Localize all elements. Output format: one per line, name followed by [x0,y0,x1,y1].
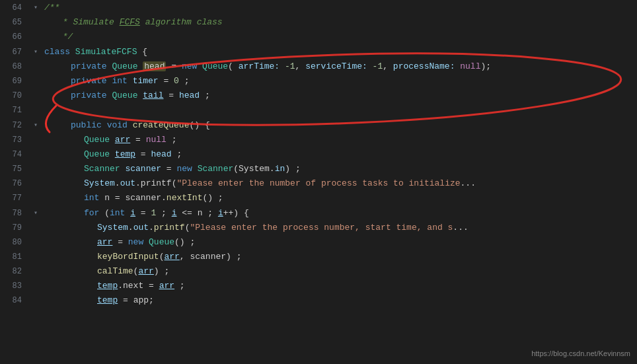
fold-indicator[interactable] [30,89,42,103]
line-number: 79 [0,221,30,235]
line-number: 72 [0,118,30,133]
table-row: 83temp.next = arr ; [0,279,637,293]
fold-indicator[interactable] [30,162,42,176]
variable-token: i [130,208,135,218]
table-row: 81keyBordInput(arr, scanner) ; [0,250,637,264]
var-token: scanner [125,164,161,174]
table-row: 79System.out.printf("Please enter the pr… [0,221,637,235]
fold-indicator[interactable]: ▾ [30,118,42,133]
fn-token: createQueue [133,120,190,130]
type-token: Queue [84,149,110,159]
param-key-token: arrTime: [233,61,280,71]
fold-indicator[interactable]: ▾ [30,0,42,15]
kw-token: int [110,208,125,218]
line-number: 80 [0,235,30,250]
plain-token [280,61,285,71]
plain-token: = [166,61,181,71]
line-number: 78 [0,205,30,221]
plain-token: ( [99,208,110,218]
plain-token: = [161,164,176,174]
fn-token: calTime [97,266,133,276]
kw2-token: null [146,135,167,145]
variable-token: tail [143,91,163,100]
code-content: private Queue head = new Queue( arrTime:… [42,59,637,74]
num-token: 0 [174,76,179,86]
plain-token: ; [172,149,182,159]
var-token: head [151,149,171,159]
kw2-token: null [460,61,480,71]
fold-indicator[interactable] [30,147,42,162]
highlighted-variable: head [143,61,166,71]
plain-token: ... [453,223,468,233]
table-row: 80arr = new Queue() ; [0,235,637,250]
fold-indicator[interactable] [30,15,42,30]
variable-token: arr [115,135,130,145]
fold-indicator[interactable] [30,176,42,191]
fold-indicator[interactable]: ▾ [30,44,42,59]
plain-token: ); [480,61,491,71]
line-number: 84 [0,293,30,308]
fold-indicator[interactable] [30,30,42,44]
fn-token: printf [154,223,185,233]
plain-token: = [112,237,128,247]
plain-token: app; [133,295,154,305]
type-token: Scanner [84,164,120,174]
plain-token [70,47,75,57]
plain-token: = [135,208,151,218]
fold-indicator[interactable] [30,264,42,279]
code-content: private Queue tail = head ; [42,89,637,103]
fn highlight-printf-token: printf [141,178,172,188]
table-row: 64▾/** [0,0,637,15]
plain-token: ( [228,61,233,71]
line-number: 71 [0,103,30,118]
table-row: 70private Queue tail = head ; [0,89,637,103]
fold-indicator[interactable] [30,74,42,89]
fold-indicator[interactable] [30,293,42,308]
code-content: for (int i = 1 ; i <= n ; i++) { [42,205,637,221]
line-number: 70 [0,89,30,103]
plain-token [102,120,107,130]
plain-token: n = scanner. [99,193,166,203]
plain-token [143,237,149,247]
code-content: int n = scanner.nextInt() ; [42,191,637,205]
code-content: calTime(arr) ; [42,264,637,279]
var-token: head [179,91,200,100]
code-content: System.out.printf("Please enter the numb… [42,176,637,191]
plain-token: = [130,135,145,145]
fold-indicator[interactable] [30,279,42,293]
kw-token: private [71,76,107,86]
table-row: 77int n = scanner.nextInt() ; [0,191,637,205]
plain-token: () ; [174,237,195,247]
fold-indicator[interactable]: ▾ [30,205,42,221]
table-row: 75Scanner scanner = new Scanner(System.i… [0,162,637,176]
fold-indicator[interactable] [30,191,42,205]
comment-token: * Simulate [57,17,120,27]
line-number: 77 [0,191,30,205]
fold-indicator[interactable] [30,59,42,74]
fold-indicator[interactable] [30,133,42,147]
plain-token: () { [189,120,209,130]
variable-token: arr [97,237,112,247]
var-token: in [275,164,285,174]
str-token: "Please enter the process number, start … [190,223,453,233]
plain-token: ++) { [223,208,249,218]
table-row: 67▾class SimulateFCFS { [0,44,637,59]
kw-token: new [182,61,197,71]
plain-token: , [383,61,393,71]
comment-token: algorithm class [140,17,223,27]
fold-indicator[interactable] [30,221,42,235]
plain-token: ; [174,281,185,291]
fold-indicator[interactable] [30,235,42,250]
kw-token: void [107,120,128,130]
code-content: class SimulateFCFS { [42,44,637,59]
fn-token: nextInt [167,193,203,203]
table-row: 76System.out.printf("Please enter the nu… [0,176,637,191]
plain-token: = [163,91,178,100]
variable-token: i [218,208,223,218]
code-content: temp = app; [42,293,637,308]
fold-indicator[interactable] [30,103,42,118]
plain-token: (System. [233,164,274,174]
var-token: System [97,223,128,233]
fold-indicator[interactable] [30,250,42,264]
code-content: */ [42,30,637,44]
